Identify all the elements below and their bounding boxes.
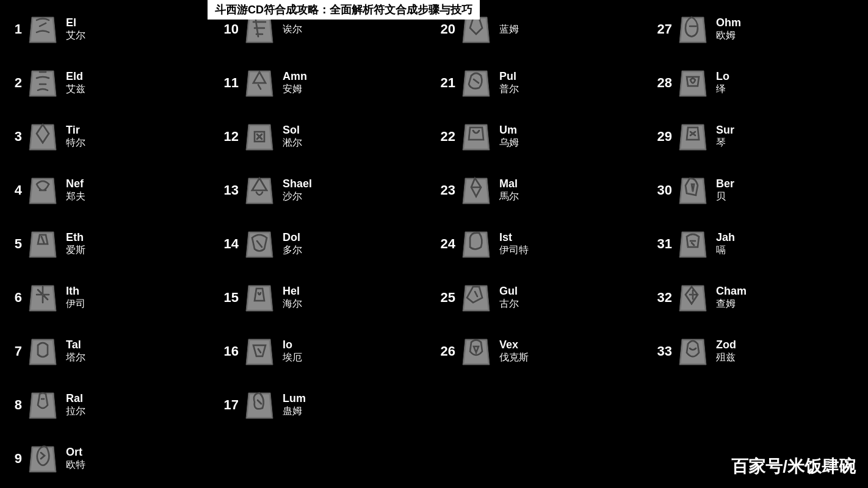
svg-marker-35 — [464, 18, 488, 41]
rune-labels-6: Ith伊司 — [66, 285, 85, 310]
rune-number-6: 6 — [5, 290, 22, 306]
rune-number-11: 11 — [222, 75, 239, 91]
rune-number-28: 28 — [655, 75, 672, 91]
rune-name-en-11: Amn — [283, 70, 307, 83]
rune-entry-4: 4 Nef郑夫 — [0, 163, 217, 217]
svg-marker-17 — [31, 448, 55, 471]
rune-number-26: 26 — [438, 343, 455, 359]
rune-name-zh-3: 特尔 — [66, 137, 85, 149]
rune-labels-32: Cham查姆 — [716, 285, 747, 310]
svg-marker-41 — [464, 179, 488, 203]
rune-number-33: 33 — [655, 343, 672, 359]
rune-stone-15 — [241, 279, 278, 316]
rune-name-en-14: Dol — [283, 231, 302, 244]
rune-name-en-23: Mal — [499, 178, 519, 190]
rune-name-zh-25: 古尔 — [499, 298, 519, 310]
rune-labels-13: Shael沙尔 — [283, 178, 312, 203]
rune-labels-27: Ohm欧姆 — [716, 16, 741, 42]
rune-stone-12 — [241, 118, 278, 155]
rune-name-en-24: Ist — [499, 231, 529, 244]
rune-number-16: 16 — [222, 343, 239, 359]
rune-name-en-15: Hel — [283, 285, 302, 298]
rune-stone-26 — [458, 333, 494, 370]
rune-stone-4 — [24, 172, 61, 209]
rune-name-en-9: Ort — [66, 446, 85, 459]
rune-name-zh-7: 塔尔 — [66, 351, 85, 364]
rune-name-en-12: Sol — [283, 124, 302, 137]
rune-name-zh-2: 艾兹 — [66, 83, 85, 96]
rune-name-en-1: El — [66, 16, 85, 29]
rune-name-zh-30: 贝 — [716, 190, 734, 203]
rune-name-zh-27: 欧姆 — [716, 29, 741, 42]
rune-name-en-8: Ral — [66, 392, 85, 405]
svg-marker-49 — [681, 18, 705, 41]
rune-number-24: 24 — [438, 236, 455, 252]
rune-name-en-6: Ith — [66, 285, 85, 298]
rune-number-29: 29 — [655, 129, 672, 145]
rune-name-zh-23: 馬尔 — [499, 190, 519, 203]
rune-name-zh-16: 埃厄 — [283, 351, 302, 364]
rune-stone-25 — [458, 279, 494, 316]
rune-entry-12: 12 Sol淞尔 — [217, 110, 433, 163]
rune-name-en-2: Eld — [66, 70, 85, 83]
rune-labels-2: Eld艾兹 — [66, 70, 85, 96]
rune-number-3: 3 — [5, 129, 22, 145]
rune-entry-13: 13 Shael沙尔 — [217, 163, 433, 217]
rune-entry-7: 7 Tal塔尔 — [0, 325, 217, 378]
rune-stone-29 — [675, 118, 711, 155]
rune-labels-17: Lum蛊姆 — [283, 392, 306, 418]
rune-name-zh-9: 欧特 — [66, 459, 85, 472]
rune-name-zh-12: 淞尔 — [283, 137, 302, 149]
rune-entry-8: 8 Ral拉尔 — [0, 378, 217, 432]
rune-name-zh-33: 殂兹 — [716, 351, 736, 364]
rune-stone-1 — [24, 11, 61, 48]
rune-entry-31: 31 Jah嗝 — [650, 217, 867, 271]
rune-stone-16 — [241, 333, 278, 370]
rune-entry-28: 28 Lo绎 — [650, 56, 867, 110]
rune-labels-31: Jah嗝 — [716, 231, 735, 257]
rune-name-zh-20: 蓝姆 — [499, 23, 519, 36]
rune-entry-3: 3 Tir特尔 — [0, 110, 217, 163]
rune-labels-8: Ral拉尔 — [66, 392, 85, 418]
rune-labels-25: Gul古尔 — [499, 285, 519, 310]
rune-number-8: 8 — [5, 397, 22, 413]
rune-labels-16: Io埃厄 — [283, 339, 302, 364]
rune-labels-4: Nef郑夫 — [66, 178, 85, 203]
rune-name-zh-17: 蛊姆 — [283, 405, 306, 418]
rune-entry-29: 29 Sur琴 — [650, 110, 867, 163]
rune-labels-28: Lo绎 — [716, 70, 729, 96]
rune-stone-17 — [241, 387, 278, 423]
rune-name-zh-26: 伐克斯 — [499, 351, 529, 364]
rune-entry-22: 22 Um乌姆 — [433, 110, 650, 163]
rune-name-zh-15: 海尔 — [283, 298, 302, 310]
rune-entry-21: 21 Pul普尔 — [433, 56, 650, 110]
rune-labels-26: Vex伐克斯 — [499, 339, 529, 364]
rune-stone-21 — [458, 65, 494, 101]
rune-labels-14: Dol多尔 — [283, 231, 302, 257]
rune-name-zh-11: 安姆 — [283, 83, 307, 96]
rune-name-zh-14: 多尔 — [283, 244, 302, 257]
rune-entry-5: 5 Eth爱斯 — [0, 217, 217, 271]
rune-entry-24: 24 Ist伊司特 — [433, 217, 650, 271]
rune-name-zh-29: 琴 — [716, 137, 734, 149]
svg-marker-5 — [31, 126, 55, 149]
rune-number-17: 17 — [222, 397, 239, 413]
rune-name-en-16: Io — [283, 339, 302, 351]
rune-labels-11: Amn安姆 — [283, 70, 307, 96]
svg-marker-29 — [247, 287, 272, 310]
rune-name-en-29: Sur — [716, 124, 734, 137]
svg-marker-1 — [31, 18, 55, 41]
rune-labels-21: Pul普尔 — [499, 70, 519, 96]
rune-labels-23: Mal馬尔 — [499, 178, 519, 203]
rune-number-15: 15 — [222, 290, 239, 306]
rune-stone-24 — [458, 226, 494, 262]
grid-container: 1 El艾尔2 Eld艾兹3 — [0, 0, 868, 488]
rune-name-en-33: Zod — [716, 339, 736, 351]
svg-marker-39 — [464, 126, 488, 149]
rune-name-en-13: Shael — [283, 178, 312, 190]
rune-entry-23: 23 Mal馬尔 — [433, 163, 650, 217]
rune-number-1: 1 — [5, 21, 22, 37]
rune-labels-33: Zod殂兹 — [716, 339, 736, 364]
rune-entry-32: 32 Cham查姆 — [650, 271, 867, 325]
rune-stone-30 — [675, 172, 711, 209]
